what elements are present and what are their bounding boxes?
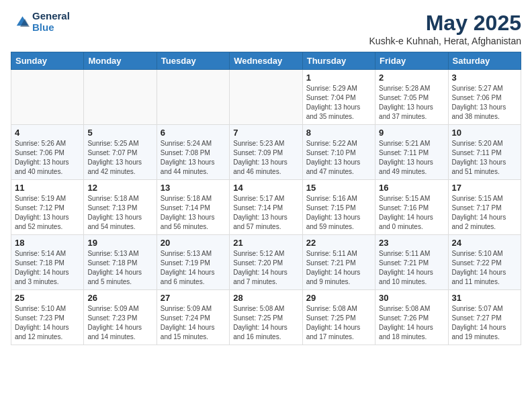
calendar-cell: 20Sunrise: 5:13 AM Sunset: 7:19 PM Dayli… <box>157 235 229 290</box>
calendar-cell: 21Sunrise: 5:12 AM Sunset: 7:20 PM Dayli… <box>230 235 302 290</box>
calendar-cell: 27Sunrise: 5:09 AM Sunset: 7:24 PM Dayli… <box>157 290 229 345</box>
day-info: Sunrise: 5:19 AM Sunset: 7:12 PM Dayligh… <box>15 194 80 232</box>
calendar-cell: 13Sunrise: 5:18 AM Sunset: 7:14 PM Dayli… <box>157 180 229 235</box>
calendar-cell: 31Sunrise: 5:07 AM Sunset: 7:27 PM Dayli… <box>448 290 521 345</box>
day-info: Sunrise: 5:15 AM Sunset: 7:16 PM Dayligh… <box>379 194 444 232</box>
calendar-header-row: SundayMondayTuesdayWednesdayThursdayFrid… <box>11 52 521 70</box>
day-number: 17 <box>452 183 517 193</box>
day-info: Sunrise: 5:24 AM Sunset: 7:08 PM Dayligh… <box>161 139 226 177</box>
day-number: 4 <box>15 128 80 138</box>
day-number: 18 <box>15 238 80 248</box>
calendar-cell <box>157 70 229 125</box>
weekday-header-wednesday: Wednesday <box>230 52 302 70</box>
day-number: 14 <box>233 183 298 193</box>
logo-text: General Blue <box>32 11 70 33</box>
day-info: Sunrise: 5:08 AM Sunset: 7:25 PM Dayligh… <box>233 304 298 342</box>
day-info: Sunrise: 5:08 AM Sunset: 7:26 PM Dayligh… <box>379 304 444 342</box>
day-number: 5 <box>87 128 152 138</box>
day-number: 28 <box>233 293 298 303</box>
calendar-week-4: 18Sunrise: 5:14 AM Sunset: 7:18 PM Dayli… <box>11 235 521 290</box>
day-number: 22 <box>306 238 371 248</box>
day-info: Sunrise: 5:09 AM Sunset: 7:23 PM Dayligh… <box>87 304 152 342</box>
calendar-cell: 16Sunrise: 5:15 AM Sunset: 7:16 PM Dayli… <box>375 180 448 235</box>
day-number: 2 <box>379 73 444 83</box>
weekday-header-thursday: Thursday <box>302 52 375 70</box>
calendar-cell: 8Sunrise: 5:22 AM Sunset: 7:10 PM Daylig… <box>302 125 375 180</box>
day-number: 16 <box>379 183 444 193</box>
calendar-cell: 23Sunrise: 5:11 AM Sunset: 7:21 PM Dayli… <box>375 235 448 290</box>
calendar-cell: 19Sunrise: 5:13 AM Sunset: 7:18 PM Dayli… <box>84 235 157 290</box>
day-info: Sunrise: 5:09 AM Sunset: 7:24 PM Dayligh… <box>161 304 226 342</box>
calendar-cell: 3Sunrise: 5:27 AM Sunset: 7:06 PM Daylig… <box>448 70 521 125</box>
day-number: 31 <box>452 293 517 303</box>
day-number: 3 <box>452 73 517 83</box>
calendar-cell: 28Sunrise: 5:08 AM Sunset: 7:25 PM Dayli… <box>230 290 302 345</box>
location-subtitle: Kushk-e Kuhnah, Herat, Afghanistan <box>369 36 521 46</box>
day-number: 9 <box>379 128 444 138</box>
day-number: 11 <box>15 183 80 193</box>
logo-blue: Blue <box>32 22 70 34</box>
day-number: 12 <box>87 183 152 193</box>
day-info: Sunrise: 5:21 AM Sunset: 7:11 PM Dayligh… <box>379 139 444 177</box>
calendar-cell: 26Sunrise: 5:09 AM Sunset: 7:23 PM Dayli… <box>84 290 157 345</box>
day-number: 24 <box>452 238 517 248</box>
calendar-cell: 9Sunrise: 5:21 AM Sunset: 7:11 PM Daylig… <box>375 125 448 180</box>
day-info: Sunrise: 5:11 AM Sunset: 7:21 PM Dayligh… <box>306 249 371 287</box>
day-number: 6 <box>161 128 226 138</box>
calendar-cell: 2Sunrise: 5:28 AM Sunset: 7:05 PM Daylig… <box>375 70 448 125</box>
calendar-cell: 29Sunrise: 5:08 AM Sunset: 7:25 PM Dayli… <box>302 290 375 345</box>
page-header: General Blue May 2025 Kushk-e Kuhnah, He… <box>11 11 521 46</box>
day-number: 7 <box>233 128 298 138</box>
calendar-cell <box>84 70 157 125</box>
day-info: Sunrise: 5:16 AM Sunset: 7:15 PM Dayligh… <box>306 194 371 232</box>
day-number: 27 <box>161 293 226 303</box>
calendar-cell <box>230 70 302 125</box>
day-number: 25 <box>15 293 80 303</box>
day-info: Sunrise: 5:14 AM Sunset: 7:18 PM Dayligh… <box>15 249 80 287</box>
day-info: Sunrise: 5:13 AM Sunset: 7:19 PM Dayligh… <box>161 249 226 287</box>
calendar-cell: 10Sunrise: 5:20 AM Sunset: 7:11 PM Dayli… <box>448 125 521 180</box>
month-title: May 2025 <box>369 11 521 36</box>
day-info: Sunrise: 5:27 AM Sunset: 7:06 PM Dayligh… <box>452 84 517 122</box>
day-info: Sunrise: 5:23 AM Sunset: 7:09 PM Dayligh… <box>233 139 298 177</box>
weekday-header-saturday: Saturday <box>448 52 521 70</box>
calendar-cell: 25Sunrise: 5:10 AM Sunset: 7:23 PM Dayli… <box>11 290 84 345</box>
day-info: Sunrise: 5:29 AM Sunset: 7:04 PM Dayligh… <box>306 84 371 122</box>
day-number: 8 <box>306 128 371 138</box>
calendar-cell: 30Sunrise: 5:08 AM Sunset: 7:26 PM Dayli… <box>375 290 448 345</box>
day-info: Sunrise: 5:22 AM Sunset: 7:10 PM Dayligh… <box>306 139 371 177</box>
day-info: Sunrise: 5:20 AM Sunset: 7:11 PM Dayligh… <box>452 139 517 177</box>
day-info: Sunrise: 5:10 AM Sunset: 7:23 PM Dayligh… <box>15 304 80 342</box>
day-number: 20 <box>161 238 226 248</box>
calendar-cell: 18Sunrise: 5:14 AM Sunset: 7:18 PM Dayli… <box>11 235 84 290</box>
calendar-cell: 4Sunrise: 5:26 AM Sunset: 7:06 PM Daylig… <box>11 125 84 180</box>
day-number: 23 <box>379 238 444 248</box>
calendar-week-2: 4Sunrise: 5:26 AM Sunset: 7:06 PM Daylig… <box>11 125 521 180</box>
calendar-cell: 6Sunrise: 5:24 AM Sunset: 7:08 PM Daylig… <box>157 125 229 180</box>
day-info: Sunrise: 5:28 AM Sunset: 7:05 PM Dayligh… <box>379 84 444 122</box>
calendar-week-1: 1Sunrise: 5:29 AM Sunset: 7:04 PM Daylig… <box>11 70 521 125</box>
day-info: Sunrise: 5:08 AM Sunset: 7:25 PM Dayligh… <box>306 304 371 342</box>
calendar-cell: 1Sunrise: 5:29 AM Sunset: 7:04 PM Daylig… <box>302 70 375 125</box>
day-info: Sunrise: 5:18 AM Sunset: 7:13 PM Dayligh… <box>87 194 152 232</box>
day-info: Sunrise: 5:07 AM Sunset: 7:27 PM Dayligh… <box>452 304 517 342</box>
day-number: 30 <box>379 293 444 303</box>
day-number: 1 <box>306 73 371 83</box>
day-number: 15 <box>306 183 371 193</box>
calendar-week-5: 25Sunrise: 5:10 AM Sunset: 7:23 PM Dayli… <box>11 290 521 345</box>
day-number: 13 <box>161 183 226 193</box>
day-info: Sunrise: 5:15 AM Sunset: 7:17 PM Dayligh… <box>452 194 517 232</box>
weekday-header-sunday: Sunday <box>11 52 84 70</box>
weekday-header-tuesday: Tuesday <box>157 52 229 70</box>
logo-general: General <box>32 11 70 22</box>
day-number: 21 <box>233 238 298 248</box>
day-info: Sunrise: 5:17 AM Sunset: 7:14 PM Dayligh… <box>233 194 298 232</box>
calendar-cell: 7Sunrise: 5:23 AM Sunset: 7:09 PM Daylig… <box>230 125 302 180</box>
day-info: Sunrise: 5:10 AM Sunset: 7:22 PM Dayligh… <box>452 249 517 287</box>
title-block: May 2025 Kushk-e Kuhnah, Herat, Afghanis… <box>369 11 521 46</box>
calendar-cell: 5Sunrise: 5:25 AM Sunset: 7:07 PM Daylig… <box>84 125 157 180</box>
calendar-cell: 14Sunrise: 5:17 AM Sunset: 7:14 PM Dayli… <box>230 180 302 235</box>
calendar-cell: 11Sunrise: 5:19 AM Sunset: 7:12 PM Dayli… <box>11 180 84 235</box>
calendar-week-3: 11Sunrise: 5:19 AM Sunset: 7:12 PM Dayli… <box>11 180 521 235</box>
day-number: 19 <box>87 238 152 248</box>
